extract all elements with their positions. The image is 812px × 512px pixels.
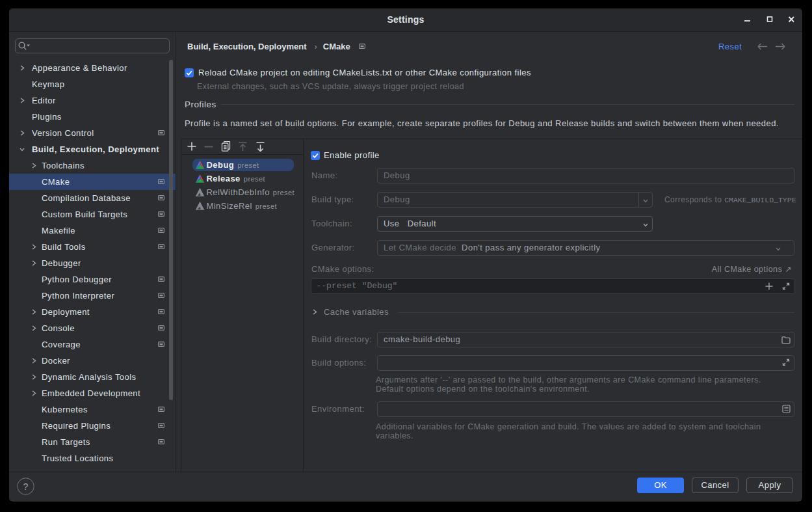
svg-text:?: ? bbox=[23, 481, 28, 492]
